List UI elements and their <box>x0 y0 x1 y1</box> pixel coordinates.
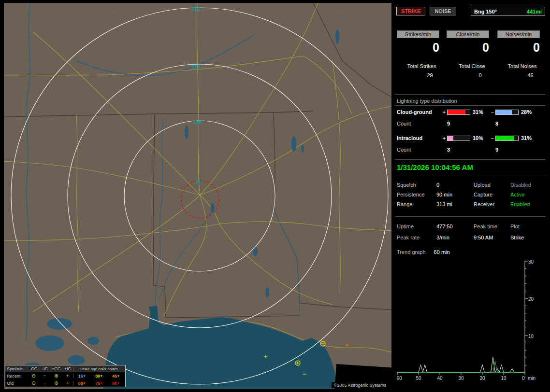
age-45: 45+ <box>108 374 124 378</box>
range-label-31: 31 <box>195 179 201 184</box>
x-unit-label: min <box>528 376 536 381</box>
stats-row-uptime: Uptime 477:50 Peak time Plot <box>397 224 546 229</box>
total-noises-label: Total Noises <box>497 63 547 69</box>
x-tick-0: 0 <box>522 376 525 381</box>
mode-button-row: STRIKE NOISE Bng 150° 441mi <box>396 7 545 16</box>
plot-label: Plot <box>510 224 546 229</box>
side-panel: STRIKE NOISE Bng 150° 441mi Strikes/min … <box>394 3 547 389</box>
noises-per-min-chip: Noises/min <box>497 30 540 38</box>
total-strikes-label: Total Strikes <box>397 63 447 69</box>
trend-graph-row: Trend graph 60 min <box>397 249 450 255</box>
peak-rate-label: Peak rate <box>397 235 436 240</box>
y-tick-30: 30 <box>528 259 534 265</box>
peak-rate-value: 3/min <box>436 235 474 240</box>
status-row-squelch: Squelch 0 Upload Disabled <box>397 182 546 188</box>
cloud-ground-row: Cloud-ground + 31% − 28% <box>397 109 537 115</box>
peak-time-label: Peak time <box>474 224 510 229</box>
minus-sign: − <box>490 135 495 141</box>
trend-series <box>397 357 525 372</box>
persistence-value: 90 min <box>436 192 474 197</box>
legend-col-pos-cg: +CG <box>50 366 62 371</box>
pos-ic-icon: + <box>62 374 73 378</box>
x-tick-40: 40 <box>437 376 443 381</box>
legend-recent-label: Recent <box>5 374 28 378</box>
cg-positive-bar <box>447 110 470 115</box>
noise-mode-button[interactable]: NOISE <box>430 7 456 15</box>
axis-ticks <box>397 261 528 375</box>
strike-marker <box>295 361 300 365</box>
map-area[interactable]: 313 219 125 31 Symbols -CG -IC +CG +IC S… <box>4 3 391 389</box>
totals-labels: Total Strikes Total Close Total Noises <box>397 63 547 69</box>
y-tick-20: 20 <box>528 296 534 302</box>
age-75: 75+ <box>90 381 108 386</box>
trend-window-value: 60 min <box>434 249 450 255</box>
datetime-display: 1/31/2026 10:04:56 AM <box>397 163 473 171</box>
peak-time-value: 9:50 AM <box>474 235 510 240</box>
receiver-status: Enabled <box>510 201 546 207</box>
pos-cg-icon: ⊕ <box>50 374 62 378</box>
cg-negative-bar <box>495 110 519 115</box>
persistence-label: Persistence <box>397 192 436 197</box>
noises-per-min-value: 0 <box>497 41 540 55</box>
y-tick-10: 10 <box>528 334 534 339</box>
total-noises-value: 45 <box>497 72 547 78</box>
rate-chips: Strikes/min Close/min Noises/min <box>397 30 547 38</box>
ic-negative-bar <box>495 136 519 141</box>
age-60: 60+ <box>73 381 90 386</box>
squelch-value: 0 <box>436 182 474 188</box>
pos-ic-icon: + <box>62 381 73 386</box>
range-label-313: 313 <box>191 6 200 12</box>
trend-graph-label: Trend graph <box>397 249 426 255</box>
upload-label: Upload <box>474 182 510 188</box>
strikes-per-min-value: 0 <box>397 41 439 55</box>
intracloud-row: Intracloud + 10% − 31% <box>397 135 537 141</box>
status-row-range: Range 313 mi Receiver Enabled <box>397 201 546 207</box>
upload-status: Disabled <box>510 182 546 188</box>
strike-mode-button[interactable]: STRIKE <box>396 7 425 15</box>
plot-mode-value: Strike <box>510 235 546 240</box>
plus-sign: + <box>441 135 447 141</box>
series-noises <box>397 361 525 372</box>
neg-ic-icon: − <box>40 381 50 386</box>
ic-positive-pct: 10% <box>471 135 490 141</box>
x-tick-60: 60 <box>396 376 402 381</box>
legend-col-neg-ic: -IC <box>40 366 50 371</box>
map-legend: Symbols -CG -IC +CG +IC Strike age color… <box>5 365 126 387</box>
count-label: Count <box>397 147 441 153</box>
ic-positive-count: 3 <box>447 147 471 153</box>
series-strikes <box>397 357 525 372</box>
divider <box>395 216 546 217</box>
range-label-219: 219 <box>191 64 200 70</box>
stats-row-peak-rate: Peak rate 3/min 9:50 AM Strike <box>397 235 546 240</box>
ic-negative-count: 9 <box>495 147 520 153</box>
strikes-per-min-chip: Strikes/min <box>397 30 439 38</box>
ic-negative-pct: 31% <box>520 135 537 141</box>
legend-symbols-header: Symbols <box>5 366 28 371</box>
copyright-text: ©2005 Astrogenic Systems <box>332 382 389 388</box>
close-per-min-value: 0 <box>447 41 489 55</box>
divider <box>395 105 546 106</box>
legend-col-pos-ic: +IC <box>62 366 73 371</box>
x-tick-30: 30 <box>458 376 464 381</box>
status-row-persistence: Persistence 90 min Capture Active <box>397 192 546 197</box>
divider <box>395 159 546 160</box>
count-label: Count <box>397 121 441 126</box>
uptime-label: Uptime <box>397 224 436 229</box>
squelch-label: Squelch <box>397 182 436 188</box>
x-tick-10: 10 <box>501 376 507 381</box>
divider <box>395 94 546 95</box>
map-canvas[interactable]: 313 219 125 31 <box>4 3 391 389</box>
bearing-display: Bng 150° 441mi <box>471 7 545 16</box>
legend-old-label: Old <box>5 381 28 386</box>
neg-cg-icon: ⊖ <box>28 381 40 386</box>
cg-negative-pct: 28% <box>520 109 537 115</box>
x-tick-20: 20 <box>479 376 485 381</box>
age-90: 90+ <box>108 381 124 386</box>
distribution-title: Lightning type distribution <box>397 98 457 104</box>
range-value: 313 mi <box>436 201 474 207</box>
legend-ages-header: Strike age color codes <box>73 367 124 371</box>
bearing-label: Bng 150° <box>474 9 497 14</box>
age-15: 15+ <box>73 374 90 378</box>
cloud-ground-count-row: Count 9 8 <box>397 121 537 126</box>
cloud-ground-label: Cloud-ground <box>397 109 441 115</box>
